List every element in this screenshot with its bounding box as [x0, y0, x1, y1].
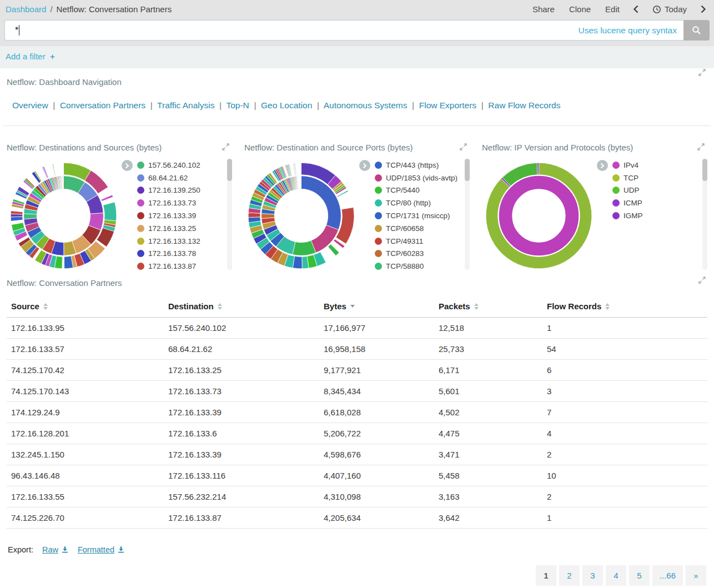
expand-panel-icon[interactable] — [222, 143, 230, 153]
page-button-1[interactable]: 1 — [536, 565, 556, 586]
panel-ip-version-protocols: Netflow: IP Version and Protocols (bytes… — [475, 143, 713, 274]
scrollbar — [465, 159, 470, 270]
legend-item[interactable]: 172.16.133.73 — [137, 197, 232, 209]
legend-item[interactable]: UDP — [612, 184, 707, 197]
scrollbar-thumb[interactable] — [465, 159, 470, 181]
legend-item[interactable]: ICMP — [612, 197, 707, 209]
legend-item[interactable]: TCP/443 (https) — [375, 159, 470, 172]
page-button-2[interactable]: 2 — [559, 565, 580, 586]
column-header-bytes[interactable]: Bytes — [319, 297, 434, 318]
legend-item[interactable]: TCP/1731 (msiccp) — [375, 209, 470, 222]
legend-swatch — [137, 187, 144, 194]
page-button-5[interactable]: 5 — [629, 565, 650, 586]
table-cell: 5,601 — [434, 381, 542, 402]
share-link[interactable]: Share — [532, 4, 555, 14]
time-back-button[interactable] — [633, 5, 639, 13]
nav-link-geo-location[interactable]: Geo Location — [261, 100, 312, 110]
expand-panel-icon[interactable] — [459, 143, 467, 153]
page-button-4[interactable]: 4 — [606, 565, 626, 586]
donut-chart[interactable] — [482, 159, 596, 273]
add-filter-link[interactable]: Add a filter — [6, 52, 46, 61]
expand-panel-icon[interactable] — [697, 143, 705, 153]
column-header-packets[interactable]: Packets — [434, 297, 542, 318]
sort-icon[interactable] — [43, 303, 48, 310]
nav-link-conversation-partners[interactable]: Conversation Partners — [60, 100, 145, 110]
table-cell: 172.16.133.95 — [7, 318, 164, 339]
donut-chart[interactable] — [7, 159, 120, 273]
legend-swatch — [375, 199, 382, 207]
table-cell: 6,618,028 — [319, 402, 434, 423]
legend-swatch — [375, 263, 382, 270]
clone-link[interactable]: Clone — [569, 4, 591, 14]
legend-toggle-button[interactable] — [122, 160, 133, 171]
nav-link-autonomous-systems[interactable]: Autonomous Systems — [324, 100, 408, 110]
scrollbar-thumb[interactable] — [702, 159, 707, 181]
add-filter-plus-icon[interactable]: + — [50, 52, 55, 61]
legend-item[interactable]: 172.16.133.39 — [137, 209, 232, 222]
sort-icon[interactable] — [474, 303, 479, 310]
column-header-destination[interactable]: Destination — [164, 297, 319, 318]
export-formatted-link[interactable]: Formatted — [78, 545, 125, 554]
legend-swatch — [137, 212, 144, 219]
expand-panel-icon[interactable] — [698, 276, 706, 287]
table-cell: 68.64.21.62 — [164, 339, 319, 360]
nav-link-traffic-analysis[interactable]: Traffic Analysis — [157, 100, 214, 110]
legend-toggle-button[interactable] — [597, 160, 608, 171]
legend-item[interactable]: TCP/60658 — [375, 222, 470, 235]
table-cell: 1 — [542, 318, 707, 339]
legend-item[interactable]: UDP/1853 (vids-avtp) — [375, 172, 470, 184]
expand-panel-icon[interactable] — [698, 68, 706, 79]
export-raw-link[interactable]: Raw — [42, 545, 69, 554]
legend-item[interactable]: TCP/5440 — [375, 184, 470, 197]
nav-link-flow-exporters[interactable]: Flow Exporters — [419, 100, 476, 110]
search-button[interactable] — [683, 20, 710, 41]
download-icon — [61, 546, 69, 554]
table-row: 74.125.170.42172.16.133.259,177,9216,171… — [7, 360, 707, 381]
panel-title: Netflow: Dashboard Navigation — [7, 77, 707, 87]
legend-item[interactable]: 172.16.133.25 — [137, 222, 232, 235]
nav-link-raw-flow-records[interactable]: Raw Flow Records — [488, 100, 560, 110]
breadcrumb-dashboard-link[interactable]: Dashboard — [6, 4, 46, 14]
legend-item[interactable]: TCP/49311 — [375, 235, 470, 248]
legend-item[interactable]: 172.16.133.78 — [137, 248, 232, 260]
time-picker-button[interactable]: Today — [652, 4, 687, 14]
time-forward-button[interactable] — [700, 5, 706, 13]
column-header-source[interactable]: Source — [7, 297, 164, 318]
legend-item[interactable]: 157.56.240.102 — [137, 159, 232, 172]
legend-item[interactable]: TCP/58880 — [375, 260, 470, 273]
lucene-syntax-link[interactable]: Uses lucene query syntax — [579, 26, 677, 36]
column-header-flow-records[interactable]: Flow Records — [542, 297, 707, 318]
next-page-button[interactable]: » — [686, 565, 706, 586]
legend-swatch — [612, 199, 620, 207]
sort-icon[interactable] — [605, 303, 610, 310]
page-button-66[interactable]: ...66 — [652, 565, 683, 586]
legend-item[interactable]: 172.16.139.250 — [137, 184, 232, 197]
legend-item[interactable]: 172.16.133.87 — [137, 260, 232, 273]
sort-icon[interactable] — [218, 303, 222, 310]
sunburst-chart: IPv4TCPUDPICMPIGMP — [482, 159, 707, 274]
legend-item[interactable]: TCP/80 (http) — [375, 197, 470, 209]
scrollbar-thumb[interactable] — [227, 159, 232, 181]
table-cell: 174.129.24.9 — [7, 402, 164, 423]
table-cell: 10 — [542, 465, 707, 486]
table-cell: 8,345,434 — [319, 381, 434, 402]
legend-item[interactable]: 172.16.133.132 — [137, 235, 232, 248]
sort-icon[interactable] — [350, 305, 355, 308]
chevron-right-icon — [700, 5, 706, 13]
edit-link[interactable]: Edit — [605, 4, 620, 14]
donut-chart[interactable] — [244, 159, 358, 273]
legend-item[interactable]: IPv4 — [612, 159, 707, 172]
nav-link-overview[interactable]: Overview — [12, 100, 48, 110]
nav-link-top-n[interactable]: Top-N — [226, 100, 249, 110]
panel-dashboard-navigation: Netflow: Dashboard Navigation Overview |… — [3, 68, 711, 126]
legend-item[interactable]: 68.64.21.62 — [137, 172, 232, 184]
legend-item[interactable]: IGMP — [612, 209, 707, 222]
legend-item[interactable]: TCP/60283 — [375, 248, 470, 260]
legend-swatch — [375, 225, 382, 232]
page-button-3[interactable]: 3 — [582, 565, 603, 586]
legend-item[interactable]: TCP — [612, 172, 707, 184]
conversation-partners-table: SourceDestinationBytesPacketsFlow Record… — [7, 297, 707, 529]
search-input[interactable]: * Uses lucene query syntax — [4, 20, 683, 41]
breadcrumb-separator: / — [50, 4, 52, 14]
legend-toggle-button[interactable] — [359, 160, 370, 171]
